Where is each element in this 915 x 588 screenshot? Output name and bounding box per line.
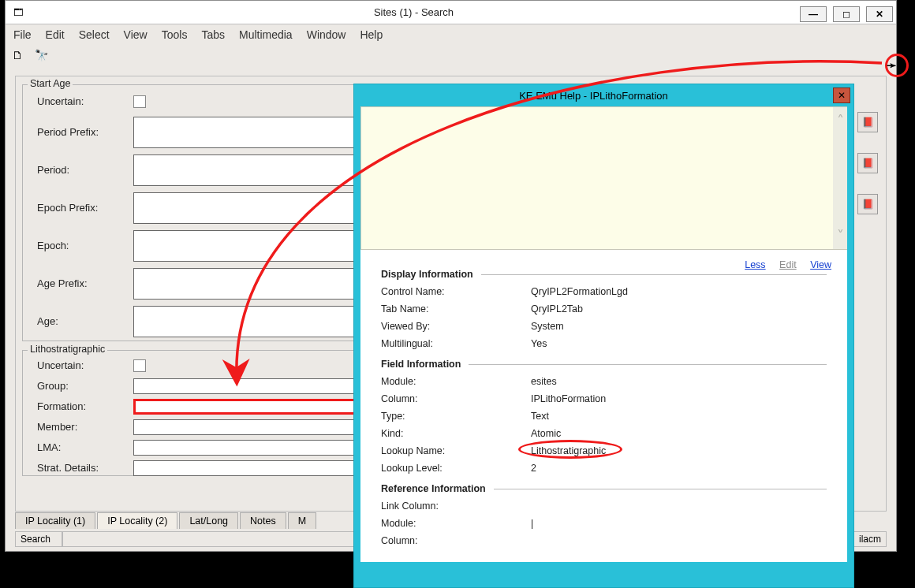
- label-group: Group:: [32, 380, 133, 392]
- label-ref-module: Module:: [381, 518, 531, 529]
- app-icon: 🗔: [10, 5, 26, 20]
- label-module: Module:: [381, 376, 531, 387]
- lookup-button-2[interactable]: 📕: [857, 153, 878, 173]
- label-age: Age:: [32, 315, 133, 327]
- toolbar: 🗋 🔭: [6, 45, 896, 65]
- menu-multimedia[interactable]: Multimedia: [239, 28, 293, 41]
- help-upper-panel: ˄ ˅: [360, 106, 847, 250]
- lookup-button-3[interactable]: 📕: [857, 194, 878, 214]
- label-kind: Kind:: [381, 428, 531, 439]
- label-control-name: Control Name:: [381, 286, 531, 297]
- display-info-header: Display Information: [381, 269, 473, 280]
- label-uncertain: Uncertain:: [32, 95, 133, 107]
- annotation-help-cursor-circle: ➛?: [885, 54, 909, 77]
- tab-lat-long[interactable]: Lat/Long: [179, 512, 238, 529]
- label-tab-name: Tab Name:: [381, 303, 531, 314]
- side-lookup-buttons: 📕 📕 📕: [857, 112, 878, 214]
- label-lma: LMA:: [32, 441, 133, 453]
- tab-strip: IP Locality (1) IP Locality (2) Lat/Long…: [15, 512, 318, 529]
- value-kind: Atomic: [531, 428, 561, 439]
- value-viewed-by: System: [531, 321, 564, 332]
- help-title: KE EMu Help - IPLithoFormation: [354, 90, 833, 102]
- help-actions: Less Edit View: [734, 259, 831, 270]
- menu-window[interactable]: Window: [307, 28, 346, 41]
- window-title: Sites (1) - Search: [31, 6, 797, 18]
- titlebar: 🗔 Sites (1) - Search — ◻ ✕: [6, 1, 896, 24]
- label-member: Member:: [32, 421, 133, 433]
- value-type: Text: [531, 411, 549, 422]
- label-lookup-level: Lookup Level:: [381, 463, 531, 474]
- field-info-header: Field Information: [381, 359, 461, 370]
- menu-help[interactable]: Help: [360, 28, 383, 41]
- help-close-button[interactable]: ✕: [833, 87, 850, 103]
- litho-uncertain-checkbox[interactable]: [133, 359, 146, 372]
- label-ref-column: Column:: [381, 535, 531, 546]
- help-edit-link: Edit: [779, 259, 797, 270]
- label-epoch: Epoch:: [32, 240, 133, 251]
- lookup-button-1[interactable]: 📕: [857, 112, 878, 132]
- menubar: File Edit Select View Tools Tabs Multime…: [6, 24, 896, 45]
- scroll-up-icon[interactable]: ˄: [837, 112, 844, 129]
- scroll-down-icon[interactable]: ˅: [837, 227, 844, 244]
- label-period: Period:: [32, 164, 133, 176]
- status-search: Search: [15, 531, 62, 547]
- reference-info-header: Reference Information: [381, 483, 486, 494]
- tab-ip-locality-1[interactable]: IP Locality (1): [15, 512, 95, 529]
- value-ref-module: |: [531, 518, 533, 529]
- uncertain-checkbox[interactable]: [133, 95, 146, 108]
- label-viewed-by: Viewed By:: [381, 321, 531, 332]
- label-multilingual: Multilingual:: [381, 338, 531, 349]
- status-right: ilacm: [853, 531, 887, 547]
- value-lookup-name: Lithostratigraphic: [531, 445, 606, 456]
- value-lookup-level: 2: [531, 463, 536, 474]
- help-scrollbar[interactable]: ˄ ˅: [833, 107, 847, 249]
- minimize-button[interactable]: —: [800, 6, 827, 22]
- maximize-button[interactable]: ◻: [833, 6, 860, 22]
- menu-view[interactable]: View: [124, 28, 148, 41]
- label-strat: Strat. Details:: [32, 462, 133, 474]
- label-period-prefix: Period Prefix:: [32, 126, 133, 138]
- menu-tabs[interactable]: Tabs: [201, 28, 225, 41]
- value-column: IPLithoFormation: [531, 393, 606, 404]
- close-button[interactable]: ✕: [866, 6, 893, 22]
- label-link-column: Link Column:: [381, 501, 531, 512]
- value-tab-name: QryIPL2Tab: [531, 303, 583, 314]
- label-epoch-prefix: Epoch Prefix:: [32, 202, 133, 214]
- value-multilingual: Yes: [531, 338, 547, 349]
- menu-file[interactable]: File: [13, 28, 32, 41]
- start-age-legend: Start Age: [28, 78, 73, 89]
- label-formation: Formation:: [32, 400, 133, 412]
- label-column: Column:: [381, 393, 531, 404]
- help-less-link[interactable]: Less: [745, 259, 765, 270]
- menu-edit[interactable]: Edit: [46, 28, 65, 41]
- value-control-name: QryIPL2FormationLgd: [531, 286, 628, 297]
- help-titlebar: KE EMu Help - IPLithoFormation ✕: [354, 84, 853, 106]
- binoculars-icon[interactable]: 🔭: [34, 48, 48, 62]
- label-litho-uncertain: Uncertain:: [32, 359, 133, 371]
- label-type: Type:: [381, 411, 531, 422]
- new-record-icon[interactable]: 🗋: [10, 48, 24, 62]
- menu-select[interactable]: Select: [79, 28, 110, 41]
- litho-legend: Lithostratigraphic: [28, 344, 107, 355]
- help-view-link[interactable]: View: [810, 259, 831, 270]
- label-age-prefix: Age Prefix:: [32, 277, 133, 289]
- tab-more[interactable]: M: [288, 512, 316, 529]
- tab-ip-locality-2[interactable]: IP Locality (2): [97, 512, 177, 529]
- menu-tools[interactable]: Tools: [162, 28, 188, 41]
- value-module: esites: [531, 376, 557, 387]
- help-body: Less Edit View Display Information Contr…: [360, 250, 847, 562]
- label-lookup-name: Lookup Name:: [381, 445, 531, 456]
- help-dialog: KE EMu Help - IPLithoFormation ✕ ˄ ˅ Les…: [353, 84, 854, 588]
- tab-notes[interactable]: Notes: [240, 512, 286, 529]
